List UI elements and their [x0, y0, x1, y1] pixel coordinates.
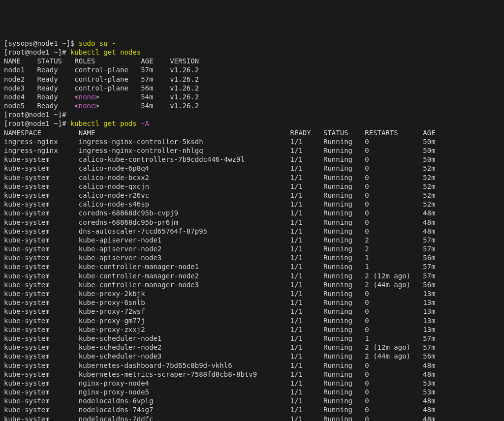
prompt-root: [root@node1 ~]#: [4, 120, 70, 127]
command-text: sudo su -: [79, 39, 116, 47]
pod-row: kube-system kube-proxy-72wsf 1/1 Running…: [4, 307, 436, 315]
pod-row: kube-system nodelocaldns-7ddfc 1/1 Runni…: [4, 415, 436, 421]
prompt-root: [root@node1 ~]#: [4, 111, 70, 119]
pod-row: kube-system dns-autoscaler-7ccd65764f-87…: [4, 227, 436, 235]
terminal-line: kube-system calico-node-bcxx2 1/1 Runnin…: [4, 173, 500, 182]
pods-header: NAMESPACE NAME READY STATUS RESTARTS AGE: [4, 129, 436, 137]
terminal-line: node4 Ready <none> 54m v1.26.2: [4, 92, 500, 101]
pod-row: kube-system kube-scheduler-node1 1/1 Run…: [4, 334, 436, 342]
pod-row: kube-system kube-apiserver-node2 1/1 Run…: [4, 245, 436, 253]
pod-row: kube-system nodelocaldns-6vplg 1/1 Runni…: [4, 397, 436, 405]
node-row: node2 Ready control-plane 57m v1.26.2: [4, 75, 199, 83]
terminal-line: kube-system kube-proxy-72wsf 1/1 Running…: [4, 307, 500, 316]
pod-row: kube-system kube-controller-manager-node…: [4, 263, 436, 271]
terminal-line: node3 Ready control-plane 56m v1.26.2: [4, 84, 500, 92]
terminal-line: kube-system kube-controller-manager-node…: [4, 271, 500, 280]
terminal-line: kube-system calico-kube-controllers-7b9c…: [4, 155, 500, 164]
terminal-line: kube-system calico-node-qxcjn 1/1 Runnin…: [4, 182, 500, 191]
pod-row: kube-system calico-node-qxcjn 1/1 Runnin…: [4, 182, 436, 190]
terminal-line: [root@node1 ~]# kubectl get nodes: [4, 48, 500, 57]
pod-row: kube-system calico-node-s46sp 1/1 Runnin…: [4, 200, 436, 208]
terminal-line: [sysops@node1 ~]$ sudo su -: [4, 39, 500, 48]
terminal-line: kube-system coredns-68868dc95b-cvpj9 1/1…: [4, 209, 500, 217]
pod-row: ingress-nginx ingress-nginx-controller-n…: [4, 147, 436, 154]
pod-row: kube-system coredns-68868dc95b-pr6jm 1/1…: [4, 218, 436, 226]
pod-row: kube-system kube-apiserver-node3 1/1 Run…: [4, 254, 436, 262]
terminal-line: kube-system kube-proxy-6snlb 1/1 Running…: [4, 298, 500, 307]
terminal-line: kube-system nodelocaldns-6vplg 1/1 Runni…: [4, 396, 500, 405]
pod-row: kube-system calico-node-bcxx2 1/1 Runnin…: [4, 174, 436, 181]
terminal-line: kube-system kube-controller-manager-node…: [4, 280, 500, 289]
node-row: node3 Ready control-plane 56m v1.26.2: [4, 84, 199, 92]
pod-row: kube-system kube-controller-manager-node…: [4, 272, 436, 280]
role-none: none: [79, 93, 95, 101]
terminal-line: kube-system kube-proxy-gm77j 1/1 Running…: [4, 316, 500, 325]
pod-row: kube-system calico-node-r26vc 1/1 Runnin…: [4, 191, 436, 199]
terminal-line: ingress-nginx ingress-nginx-controller-n…: [4, 146, 500, 155]
terminal-line: kube-system kubernetes-dashboard-7bd65c8…: [4, 361, 500, 370]
prompt-root: [root@node1 ~]#: [4, 48, 70, 56]
node-row: node1 Ready control-plane 57m v1.26.2: [4, 66, 199, 74]
terminal-line: [root@node1 ~]#: [4, 110, 500, 119]
terminal-line: kube-system dns-autoscaler-7ccd65764f-87…: [4, 227, 500, 236]
pod-row: kube-system kube-controller-manager-node…: [4, 281, 436, 289]
terminal-line: kube-system kube-scheduler-node1 1/1 Run…: [4, 334, 500, 343]
terminal-line: ingress-nginx ingress-nginx-controller-5…: [4, 137, 500, 146]
terminal-line: [root@node1 ~]# kubectl get pods -A: [4, 119, 500, 128]
terminal-line: kube-system nginx-proxy-node4 1/1 Runnin…: [4, 379, 500, 388]
pod-row: kube-system nginx-proxy-node5 1/1 Runnin…: [4, 388, 436, 396]
terminal-line: node1 Ready control-plane 57m v1.26.2: [4, 65, 500, 74]
pod-row: kube-system kube-scheduler-node2 1/1 Run…: [4, 343, 436, 351]
terminal-line: kube-system kube-scheduler-node2 1/1 Run…: [4, 343, 500, 352]
pod-row: ingress-nginx ingress-nginx-controller-5…: [4, 138, 436, 146]
pod-row: kube-system kube-proxy-6snlb 1/1 Running…: [4, 299, 436, 306]
pod-row: kube-system nginx-proxy-node4 1/1 Runnin…: [4, 379, 436, 387]
pod-row: kube-system kubernetes-metrics-scraper-7…: [4, 370, 436, 378]
pod-row: kube-system kube-proxy-2kbjk 1/1 Running…: [4, 290, 436, 298]
pod-row: kube-system calico-kube-controllers-7b9c…: [4, 155, 436, 163]
pod-row: kube-system kube-apiserver-node1 1/1 Run…: [4, 236, 436, 244]
command-text: kubectl get pods: [70, 120, 141, 127]
terminal-line: kube-system nodelocaldns-7ddfc 1/1 Runni…: [4, 415, 500, 421]
command-flag: -A: [141, 120, 149, 127]
terminal-line: kube-system calico-node-6p8q4 1/1 Runnin…: [4, 164, 500, 173]
terminal-line: NAME STATUS ROLES AGE VERSION: [4, 57, 500, 65]
terminal-line: kube-system kube-controller-manager-node…: [4, 262, 500, 271]
pod-row: kube-system kube-scheduler-node3 1/1 Run…: [4, 352, 436, 360]
terminal-line: node2 Ready control-plane 57m v1.26.2: [4, 75, 500, 84]
terminal-line: kube-system nodelocaldns-74sg7 1/1 Runni…: [4, 405, 500, 414]
nodes-header: NAME STATUS ROLES AGE VERSION: [4, 57, 199, 65]
terminal-line: node5 Ready <none> 54m v1.26.2: [4, 101, 500, 110]
pod-row: kube-system calico-node-6p8q4 1/1 Runnin…: [4, 164, 436, 172]
pod-row: kube-system nodelocaldns-74sg7 1/1 Runni…: [4, 406, 436, 414]
pod-row: kube-system kubernetes-dashboard-7bd65c8…: [4, 361, 436, 369]
command-text: kubectl get nodes: [70, 48, 141, 56]
terminal-line: kube-system kube-apiserver-node1 1/1 Run…: [4, 236, 500, 244]
terminal-line: kube-system kube-apiserver-node2 1/1 Run…: [4, 244, 500, 253]
terminal-line: kube-system kubernetes-metrics-scraper-7…: [4, 370, 500, 379]
terminal-line: kube-system calico-node-s46sp 1/1 Runnin…: [4, 200, 500, 209]
terminal-line: kube-system kube-apiserver-node3 1/1 Run…: [4, 253, 500, 262]
terminal-line: kube-system nginx-proxy-node5 1/1 Runnin…: [4, 388, 500, 396]
terminal-line: kube-system coredns-68868dc95b-pr6jm 1/1…: [4, 218, 500, 227]
prompt-user: [sysops@node1 ~]$: [4, 39, 79, 47]
pod-row: kube-system kube-proxy-zxxj2 1/1 Running…: [4, 326, 436, 333]
pod-row: kube-system coredns-68868dc95b-cvpj9 1/1…: [4, 209, 436, 217]
terminal-line: NAMESPACE NAME READY STATUS RESTARTS AGE: [4, 128, 500, 137]
pod-row: kube-system kube-proxy-gm77j 1/1 Running…: [4, 317, 436, 325]
terminal-line: kube-system kube-proxy-zxxj2 1/1 Running…: [4, 325, 500, 334]
terminal-line: kube-system kube-scheduler-node3 1/1 Run…: [4, 352, 500, 361]
terminal-line: kube-system kube-proxy-2kbjk 1/1 Running…: [4, 289, 500, 298]
terminal-output[interactable]: [sysops@node1 ~]$ sudo su -[root@node1 ~…: [4, 39, 500, 421]
terminal-line: kube-system calico-node-r26vc 1/1 Runnin…: [4, 191, 500, 200]
role-none: none: [79, 102, 95, 110]
